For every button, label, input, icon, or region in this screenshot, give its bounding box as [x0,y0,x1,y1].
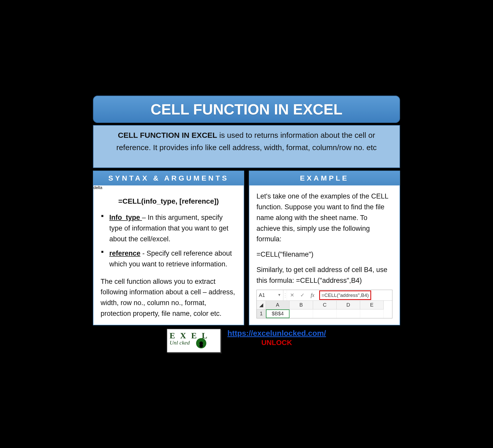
keyhole-icon [196,338,206,348]
chevron-down-icon[interactable]: ▼ [277,292,281,298]
example-intro: Let's take one of the examples of the CE… [256,191,392,245]
cell[interactable] [360,309,384,318]
row-header[interactable]: 1 [257,309,266,318]
arguments-list: Info_type – In this argument, specify ty… [101,212,237,269]
select-all-corner[interactable]: ◢ [257,301,266,309]
syntax-card-header: SYNTAX & ARGUMENTS [93,171,244,185]
syntax-card: SYNTAX & ARGUMENTS delta =CELL(info_type… [93,171,244,325]
footer-right: https://excelunlocked.com/ UNLOCK [227,329,326,347]
footer: E X E L Unl cked https://excelunlocked.c… [93,329,400,352]
cell[interactable] [313,309,337,318]
page-title: CELL FUNCTION IN EXCEL [93,96,400,123]
col-header[interactable]: E [360,301,384,309]
syntax-formula: =CELL(info_type, [reference]) [101,196,237,207]
argument-item: Info_type – In this argument, specify ty… [101,212,237,245]
website-link[interactable]: https://excelunlocked.com/ [227,329,326,338]
data-row: 1 $B$4 [257,309,392,318]
cell-a1[interactable]: $B$4 [266,309,290,318]
syntax-card-body: =CELL(info_type, [reference]) Info_type … [93,190,244,325]
column-headers: ◢ A B C D E [257,301,392,309]
example-card: EXAMPLE Let's take one of the examples o… [249,171,400,325]
example-card-header: EXAMPLE [249,171,400,185]
cancel-icon[interactable]: ✕ [287,290,297,300]
formula-bar-row: A1 ▼ ⋮ ✕ ✓ fx =CELL("address",B4) [257,290,392,301]
unlock-label: UNLOCK [227,339,326,347]
syntax-paragraph: The cell function allows you to extract … [101,276,237,319]
name-box[interactable]: A1 ▼ [257,290,283,300]
infographic-page: CELL FUNCTION IN EXCEL CELL FUNCTION IN … [93,96,400,352]
name-box-value: A1 [259,291,265,299]
example-card-body: Let's take one of the examples of the CE… [249,185,400,324]
fx-icon[interactable]: fx [307,290,318,300]
example-para-2: Similarly, to get cell address of cell B… [256,265,392,286]
logo-line1: E X E L [169,331,218,340]
excel-unlocked-logo: E X E L Unl cked [167,329,221,352]
separator-icon: ⋮ [283,290,287,300]
formula-bar-text: =CELL("address",B4) [319,290,371,300]
formula-bar-input[interactable]: =CELL("address",B4) [318,290,392,300]
description-bar: CELL FUNCTION IN EXCEL is used to return… [93,125,400,168]
col-header[interactable]: D [337,301,360,309]
description-lead: CELL FUNCTION IN EXCEL [118,131,217,139]
col-header[interactable]: B [290,301,313,309]
col-header[interactable]: C [313,301,337,309]
columns: SYNTAX & ARGUMENTS delta =CELL(info_type… [93,171,400,325]
argument-name: Info_type [109,214,142,221]
col-header[interactable]: A [266,301,290,309]
argument-item: reference - Specify cell reference about… [101,248,237,270]
cell[interactable] [337,309,360,318]
check-icon[interactable]: ✓ [297,290,307,300]
example-formula-1: =CELL("filename") [256,249,392,260]
cell[interactable] [290,309,313,318]
excel-screenshot: A1 ▼ ⋮ ✕ ✓ fx =CELL("address",B4) ◢ A [256,290,392,318]
argument-name: reference [109,249,141,257]
